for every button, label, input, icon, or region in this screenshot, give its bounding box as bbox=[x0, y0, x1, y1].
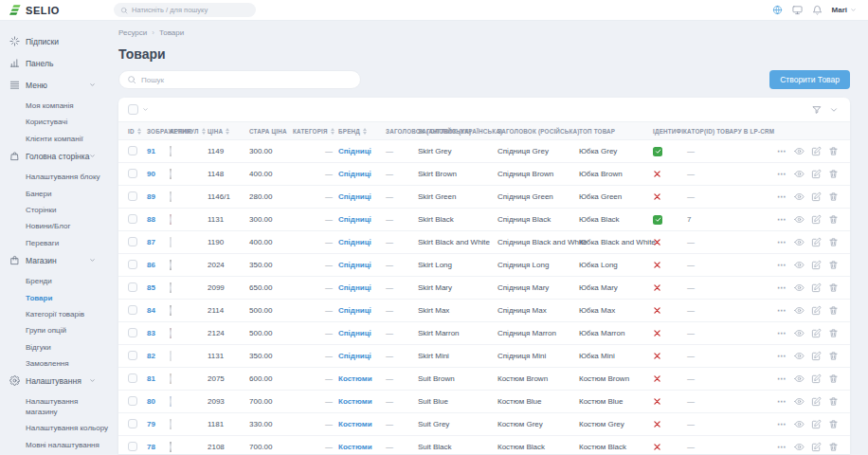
more-actions-icon[interactable]: ⋯ bbox=[777, 329, 787, 338]
product-image[interactable] bbox=[170, 260, 172, 270]
more-actions-icon[interactable]: ⋯ bbox=[777, 238, 787, 247]
sidebar-subitem[interactable]: Сторінки bbox=[26, 206, 115, 215]
sidebar-subitem[interactable]: Бренди bbox=[26, 277, 115, 286]
more-actions-icon[interactable]: ⋯ bbox=[777, 306, 787, 316]
product-category-link[interactable]: Костюми bbox=[338, 443, 386, 451]
delete-icon[interactable] bbox=[828, 396, 839, 407]
view-icon[interactable] bbox=[794, 351, 805, 361]
product-category-link[interactable]: Спідниці bbox=[338, 147, 386, 155]
row-checkbox[interactable] bbox=[128, 214, 137, 224]
sidebar-item-menu[interactable]: Меню bbox=[9, 80, 115, 90]
product-category-link[interactable]: Костюми bbox=[338, 374, 386, 383]
row-checkbox[interactable] bbox=[128, 419, 137, 428]
more-actions-icon[interactable]: ⋯ bbox=[777, 397, 787, 407]
edit-icon[interactable] bbox=[811, 214, 822, 225]
row-checkbox[interactable] bbox=[128, 146, 137, 155]
sidebar-subitem[interactable]: Категорії товарів bbox=[26, 310, 115, 319]
bell-icon[interactable] bbox=[812, 5, 823, 15]
edit-icon[interactable] bbox=[811, 146, 822, 156]
edit-icon[interactable] bbox=[811, 419, 822, 429]
view-icon[interactable] bbox=[794, 419, 805, 429]
product-category-link[interactable]: Костюми bbox=[338, 420, 386, 428]
sidebar-subitem[interactable]: Замовлення bbox=[26, 359, 115, 369]
view-icon[interactable] bbox=[794, 260, 805, 270]
product-image[interactable] bbox=[170, 373, 172, 384]
product-category-link[interactable]: Спідниці bbox=[338, 238, 386, 246]
edit-icon[interactable] bbox=[811, 328, 822, 338]
product-id-link[interactable]: 82 bbox=[147, 352, 170, 360]
select-all-chevron-icon[interactable] bbox=[142, 106, 149, 113]
product-id-link[interactable]: 84 bbox=[147, 306, 170, 315]
product-id-link[interactable]: 78 bbox=[147, 443, 170, 451]
edit-icon[interactable] bbox=[811, 260, 822, 270]
product-id-link[interactable]: 79 bbox=[147, 420, 170, 428]
sidebar-subitem[interactable]: Налаштування блоку bbox=[26, 173, 115, 182]
filter-control[interactable] bbox=[812, 105, 839, 115]
delete-icon[interactable] bbox=[828, 260, 839, 270]
more-actions-icon[interactable]: ⋯ bbox=[777, 283, 787, 293]
row-checkbox[interactable] bbox=[128, 191, 137, 201]
more-actions-icon[interactable]: ⋯ bbox=[777, 261, 787, 270]
view-icon[interactable] bbox=[794, 396, 805, 407]
product-image[interactable] bbox=[170, 214, 172, 225]
globe-icon[interactable] bbox=[772, 5, 783, 15]
row-checkbox[interactable] bbox=[128, 237, 137, 246]
sidebar-subitem[interactable]: Користувачі bbox=[26, 118, 115, 127]
delete-icon[interactable] bbox=[828, 214, 839, 225]
column-header-brand[interactable]: БРЕНД bbox=[338, 128, 386, 135]
more-actions-icon[interactable]: ⋯ bbox=[777, 374, 787, 384]
edit-icon[interactable] bbox=[811, 237, 822, 247]
row-checkbox[interactable] bbox=[128, 260, 137, 269]
product-image[interactable] bbox=[170, 351, 172, 361]
global-search-input[interactable]: Натисніть / для пошуку bbox=[114, 3, 256, 17]
product-id-link[interactable]: 88 bbox=[147, 215, 170, 224]
view-icon[interactable] bbox=[794, 169, 805, 179]
more-actions-icon[interactable]: ⋯ bbox=[777, 443, 787, 452]
view-icon[interactable] bbox=[794, 328, 805, 338]
row-checkbox[interactable] bbox=[128, 169, 137, 178]
delete-icon[interactable] bbox=[828, 237, 839, 247]
product-id-link[interactable]: 86 bbox=[147, 261, 170, 269]
row-checkbox[interactable] bbox=[128, 305, 137, 315]
product-id-link[interactable]: 81 bbox=[147, 374, 170, 383]
delete-icon[interactable] bbox=[828, 328, 839, 338]
delete-icon[interactable] bbox=[828, 351, 839, 361]
product-category-link[interactable]: Костюми bbox=[338, 397, 386, 406]
product-image[interactable] bbox=[170, 146, 172, 156]
product-image[interactable] bbox=[170, 305, 172, 316]
sidebar-item-home-page[interactable]: Головна сторінка bbox=[9, 151, 115, 161]
sidebar-subitem[interactable]: Клієнти компанії bbox=[26, 135, 115, 144]
edit-icon[interactable] bbox=[811, 351, 822, 361]
view-icon[interactable] bbox=[794, 282, 805, 293]
delete-icon[interactable] bbox=[828, 442, 839, 452]
more-actions-icon[interactable]: ⋯ bbox=[777, 215, 787, 225]
product-category-link[interactable]: Спідниці bbox=[338, 170, 386, 178]
edit-icon[interactable] bbox=[811, 305, 822, 316]
product-category-link[interactable]: Спідниці bbox=[338, 283, 386, 292]
view-icon[interactable] bbox=[794, 214, 805, 225]
product-image[interactable] bbox=[170, 191, 172, 202]
view-icon[interactable] bbox=[794, 191, 805, 202]
more-actions-icon[interactable]: ⋯ bbox=[777, 420, 787, 429]
more-actions-icon[interactable]: ⋯ bbox=[777, 147, 787, 156]
delete-icon[interactable] bbox=[828, 191, 839, 202]
product-category-link[interactable]: Спідниці bbox=[338, 306, 386, 315]
row-checkbox[interactable] bbox=[128, 282, 137, 292]
row-checkbox[interactable] bbox=[128, 328, 137, 337]
column-header-category[interactable]: КАТЕГОРІЯ bbox=[293, 128, 338, 135]
delete-icon[interactable] bbox=[828, 146, 839, 156]
sidebar-subitem[interactable]: Переваги bbox=[26, 239, 115, 248]
sidebar-subitem[interactable]: Моя компанія bbox=[26, 101, 115, 111]
product-id-link[interactable]: 83 bbox=[147, 329, 170, 337]
view-icon[interactable] bbox=[794, 373, 805, 384]
product-image[interactable] bbox=[170, 328, 172, 338]
product-id-link[interactable]: 91 bbox=[147, 147, 170, 155]
delete-icon[interactable] bbox=[828, 169, 839, 179]
sidebar-subitem[interactable]: Новини/Блог bbox=[26, 222, 115, 231]
edit-icon[interactable] bbox=[811, 191, 822, 202]
edit-icon[interactable] bbox=[811, 282, 822, 293]
row-checkbox[interactable] bbox=[128, 396, 137, 406]
delete-icon[interactable] bbox=[828, 282, 839, 293]
sidebar-subitem[interactable]: Налаштування магазину bbox=[26, 397, 115, 417]
column-header-id[interactable]: ID bbox=[128, 128, 147, 135]
